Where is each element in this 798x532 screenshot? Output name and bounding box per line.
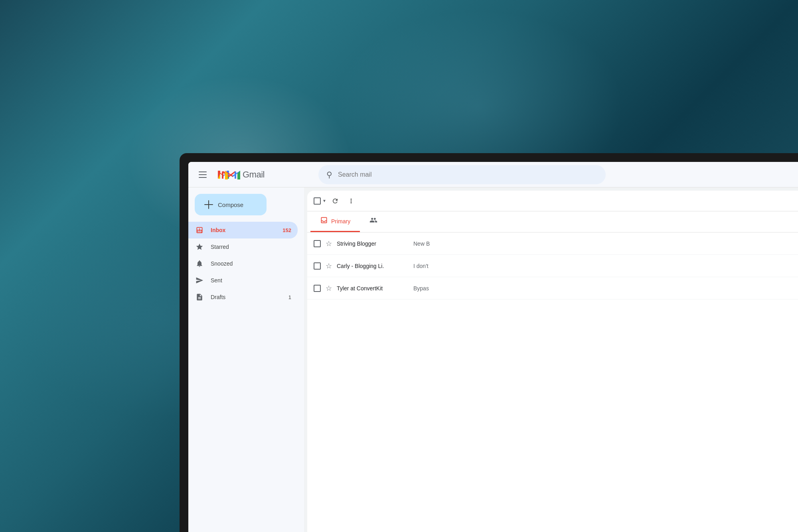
email-tabs: Primary xyxy=(307,211,798,233)
email-row[interactable]: ☆ Striving Blogger New B xyxy=(307,233,798,255)
sidebar-item-starred[interactable]: Starred xyxy=(188,238,298,255)
email-snippet-1: New B xyxy=(413,240,792,247)
gmail-ui: Gmail ⚲ Compose xyxy=(188,162,798,532)
email-star-2[interactable]: ☆ xyxy=(326,262,332,270)
email-snippet-2: I don't xyxy=(413,263,792,269)
email-sender-1: Striving Blogger xyxy=(337,240,409,247)
email-snippet-3: Bypas xyxy=(413,285,792,292)
sidebar-item-snoozed[interactable]: Snoozed xyxy=(188,255,298,272)
compose-plus-icon xyxy=(204,200,213,209)
search-icon: ⚲ xyxy=(326,170,332,179)
inbox-icon xyxy=(195,225,204,235)
gmail-m-clean xyxy=(225,169,240,180)
sidebar-item-drafts[interactable]: Drafts 1 xyxy=(188,289,298,305)
starred-label: Starred xyxy=(211,244,291,250)
email-checkbox-1[interactable] xyxy=(314,240,321,247)
compose-button[interactable]: Compose xyxy=(195,194,267,215)
search-input[interactable] xyxy=(338,171,598,178)
select-dropdown-icon[interactable]: ▼ xyxy=(322,199,326,203)
toolbar: ▼ xyxy=(307,191,798,211)
refresh-button[interactable] xyxy=(328,194,342,208)
select-all-wrap[interactable]: ▼ xyxy=(314,197,326,205)
primary-tab-label: Primary xyxy=(331,218,350,225)
inbox-tab-svg xyxy=(320,216,328,224)
email-star-3[interactable]: ☆ xyxy=(326,284,332,293)
social-tab-icon xyxy=(369,216,377,226)
email-sender-3: Tyler at ConvertKit xyxy=(337,285,409,292)
drafts-label: Drafts xyxy=(211,294,282,300)
sidebar: Compose Inbox xyxy=(188,187,304,532)
more-vert-icon xyxy=(348,197,355,205)
email-sender-2: Carly - Blogging Li. xyxy=(337,263,409,269)
email-checkbox-3[interactable] xyxy=(314,285,321,292)
drafts-count: 1 xyxy=(288,294,291,300)
email-area: ▼ xyxy=(307,191,798,532)
tab-social[interactable] xyxy=(360,211,387,232)
primary-tab-icon xyxy=(320,216,328,226)
svg-rect-5 xyxy=(197,230,203,231)
email-star-1[interactable]: ☆ xyxy=(326,239,332,248)
compose-label: Compose xyxy=(218,201,243,208)
sidebar-item-sent[interactable]: Sent xyxy=(188,272,298,289)
select-all-checkbox[interactable] xyxy=(314,197,321,205)
refresh-icon xyxy=(332,197,339,205)
people-svg xyxy=(369,216,377,224)
menu-button[interactable] xyxy=(195,167,211,183)
drafts-icon xyxy=(195,292,204,302)
inbox-count: 152 xyxy=(282,227,291,233)
header-left: Gmail xyxy=(195,167,318,183)
snoozed-label: Snoozed xyxy=(211,260,291,267)
gmail-logo[interactable]: Gmail xyxy=(215,167,265,183)
gmail-header: Gmail ⚲ xyxy=(188,162,798,187)
email-list: ☆ Striving Blogger New B ☆ Carly - Blogg… xyxy=(307,233,798,532)
menu-line-1 xyxy=(199,171,207,172)
menu-line-3 xyxy=(199,177,207,178)
gmail-title-text: Gmail xyxy=(243,169,265,180)
more-button[interactable] xyxy=(344,194,358,208)
inbox-label: Inbox xyxy=(211,227,276,233)
screen-frame: Gmail ⚲ Compose xyxy=(180,153,798,532)
sent-icon xyxy=(195,276,204,285)
snoozed-icon xyxy=(195,259,204,268)
tab-primary[interactable]: Primary xyxy=(310,211,360,232)
email-row[interactable]: ☆ Tyler at ConvertKit Bypas xyxy=(307,277,798,299)
email-checkbox-2[interactable] xyxy=(314,262,321,270)
email-row[interactable]: ☆ Carly - Blogging Li. I don't xyxy=(307,255,798,277)
starred-icon xyxy=(195,242,204,252)
screen-inner: Gmail ⚲ Compose xyxy=(188,162,798,532)
sidebar-item-inbox[interactable]: Inbox 152 xyxy=(188,222,298,238)
menu-line-2 xyxy=(199,174,207,175)
sent-label: Sent xyxy=(211,277,291,284)
gmail-body: Compose Inbox xyxy=(188,187,798,532)
search-bar[interactable]: ⚲ xyxy=(318,165,606,184)
